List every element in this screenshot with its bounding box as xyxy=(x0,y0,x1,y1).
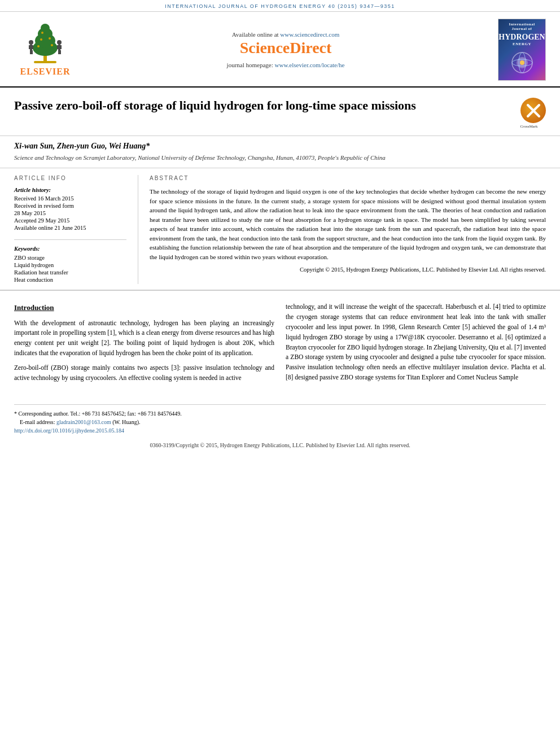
footnote-email: E-mail address: gladrain2001@163.com (W.… xyxy=(14,418,546,426)
abstract-column: ABSTRACT The technology of the storage o… xyxy=(138,175,546,284)
right-body-paragraph-1: technology, and it will increase the wei… xyxy=(286,302,546,383)
keywords-section: Keywords: ZBO storage Liquid hydrogen Ra… xyxy=(14,239,126,283)
article-title-section: Passive zero-boil-off storage of liquid … xyxy=(0,88,560,136)
svg-point-11 xyxy=(29,40,33,45)
body-left-col: Introduction With the development of ast… xyxy=(14,302,274,387)
svg-rect-1 xyxy=(34,61,56,63)
abstract-header: ABSTRACT xyxy=(150,175,546,181)
article-info-header: ARTICLE INFO xyxy=(14,175,126,181)
article-history: Article history: Received 16 March 2015 … xyxy=(14,187,126,231)
journal-cover-box: International Journal of HYDROGEN ENERGY xyxy=(498,19,546,81)
available-online-text: Available online at www.sciencedirect.co… xyxy=(79,31,492,38)
footnote-doi: http://dx.doi.org/10.1016/j.ijhydene.201… xyxy=(14,426,546,435)
accepted-date: Accepted 29 May 2015 xyxy=(14,217,126,224)
doi-link[interactable]: http://dx.doi.org/10.1016/j.ijhydene.201… xyxy=(14,427,124,434)
body-section: Introduction With the development of ast… xyxy=(0,290,560,399)
body-right-col: technology, and it will increase the wei… xyxy=(286,302,546,387)
cover-title-h: HYDROGEN xyxy=(498,33,545,42)
header-center: Available online at www.sciencedirect.co… xyxy=(79,31,492,68)
cover-title-top: International Journal of xyxy=(501,22,542,32)
intro-paragraph-1: With the development of astronautic tech… xyxy=(14,318,274,359)
svg-rect-19 xyxy=(57,45,59,49)
sciencedirect-logo: ScienceDirect xyxy=(79,39,492,57)
two-col-section: ARTICLE INFO Article history: Received 1… xyxy=(0,168,560,284)
page-footer-text: 0360-3199/Copyright © 2015, Hydrogen Ene… xyxy=(150,442,410,448)
footnote-section: * Corresponding author. Tel.: +86 731 84… xyxy=(14,404,546,435)
svg-point-10 xyxy=(41,32,43,34)
elsevier-brand: ELSEVIER xyxy=(20,67,71,77)
body-two-col: Introduction With the development of ast… xyxy=(14,302,546,387)
authors-names: Xi-wan Sun, Zhen-yun Guo, Wei Huang* xyxy=(14,142,546,151)
svg-rect-14 xyxy=(32,45,33,49)
svg-rect-13 xyxy=(29,45,30,49)
cover-graphic-icon xyxy=(505,49,539,77)
available-online-date: Available online 21 June 2015 xyxy=(14,225,126,231)
article-info-column: ARTICLE INFO Article history: Received 1… xyxy=(14,175,138,284)
intro-paragraph-2: Zero-boil-off (ZBO) storage mainly conta… xyxy=(14,363,274,383)
keyword-4: Heat conduction xyxy=(14,277,126,283)
keyword-1: ZBO storage xyxy=(14,255,126,261)
journal-cover: International Journal of HYDROGEN ENERGY xyxy=(498,19,549,81)
history-label: Article history: xyxy=(14,187,126,193)
crossmark-icon xyxy=(525,102,542,119)
crossmark-container: CrossMark xyxy=(512,98,546,129)
footnote-corresponding: * Corresponding author. Tel.: +86 731 84… xyxy=(14,409,546,418)
svg-point-8 xyxy=(40,38,42,41)
introduction-heading: Introduction xyxy=(14,302,274,313)
abstract-text: The technology of the storage of liquid … xyxy=(150,187,546,261)
journal-banner-text: INTERNATIONAL JOURNAL OF HYDROGEN ENERGY… xyxy=(165,3,395,9)
journal-homepage-link[interactable]: www.elsevier.com/locate/he xyxy=(275,62,345,68)
footnote-email-link[interactable]: gladrain2001@163.com xyxy=(56,419,111,425)
svg-rect-22 xyxy=(59,50,61,54)
elsevier-tree-icon xyxy=(23,23,68,65)
svg-point-5 xyxy=(41,24,50,33)
elsevier-logo: ELSEVIER xyxy=(11,23,79,77)
svg-point-17 xyxy=(57,40,62,45)
article-title: Passive zero-boil-off storage of liquid … xyxy=(14,98,504,114)
svg-point-6 xyxy=(37,45,40,47)
header-section: ELSEVIER Available online at www.science… xyxy=(0,12,560,88)
keyword-3: Radiation heat transfer xyxy=(14,269,126,276)
sciencedirect-link[interactable]: www.sciencedirect.com xyxy=(280,31,339,38)
svg-point-27 xyxy=(520,60,524,65)
svg-point-9 xyxy=(49,37,51,40)
abstract-copyright: Copyright © 2015, Hydrogen Energy Public… xyxy=(150,266,546,274)
authors-affiliation: Science and Technology on Scramjet Labor… xyxy=(14,154,546,162)
svg-rect-16 xyxy=(31,50,33,54)
keywords-label: Keywords: xyxy=(14,246,126,252)
revised-date: 28 May 2015 xyxy=(14,210,126,216)
page-footer: 0360-3199/Copyright © 2015, Hydrogen Ene… xyxy=(0,438,560,453)
journal-banner: INTERNATIONAL JOURNAL OF HYDROGEN ENERGY… xyxy=(0,0,560,12)
received-date-1: Received 16 March 2015 xyxy=(14,195,126,202)
crossmark-label: CrossMark xyxy=(520,124,537,129)
received-revised-label: Received in revised form xyxy=(14,203,126,209)
keyword-2: Liquid hydrogen xyxy=(14,262,126,268)
svg-rect-20 xyxy=(60,45,62,49)
authors-section: Xi-wan Sun, Zhen-yun Guo, Wei Huang* Sci… xyxy=(0,136,560,168)
journal-homepage: journal homepage: www.elsevier.com/locat… xyxy=(79,62,492,68)
cover-title-energy: ENERGY xyxy=(513,42,531,46)
crossmark-badge xyxy=(520,98,546,123)
svg-point-7 xyxy=(51,44,53,46)
